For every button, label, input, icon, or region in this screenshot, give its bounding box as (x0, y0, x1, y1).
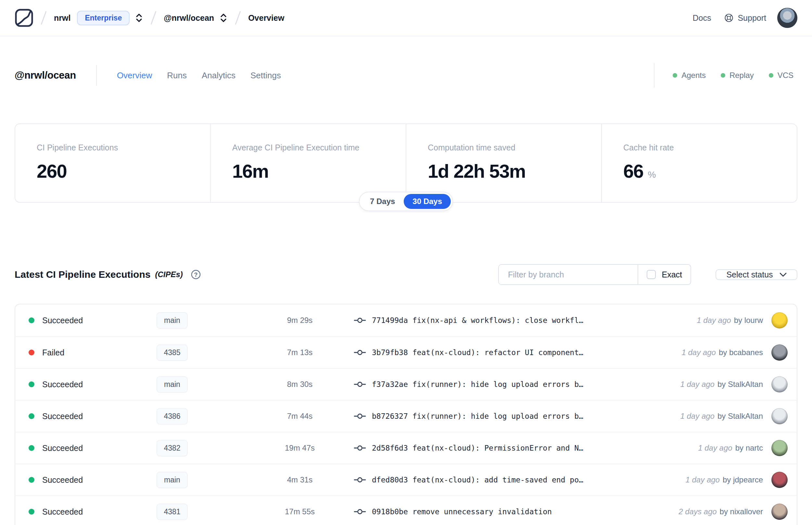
commit-message[interactable]: f37a32ae fix(runner): hide log upload er… (372, 380, 583, 389)
branch-badge: main (156, 312, 188, 329)
status-label: Succeeded (42, 411, 130, 421)
commit-author: by bcabanes (719, 348, 763, 357)
range-option-30-days[interactable]: 30 Days (404, 194, 451, 209)
duration: 17m 55s (267, 507, 332, 516)
author-avatar (771, 376, 788, 392)
integration-chip-vcs[interactable]: VCS (769, 71, 794, 80)
commit-time: 1 day ago (686, 475, 720, 484)
stat-value: 260 (37, 160, 204, 182)
top-header: nrwl Enterprise @nrwl/ocean Overview Doc… (0, 0, 812, 36)
stat-value: 66 % (623, 160, 790, 182)
tab-overview[interactable]: Overview (117, 71, 152, 80)
integration-chip-replay[interactable]: Replay (721, 71, 754, 80)
branch-badge: 4382 (156, 440, 188, 456)
git-commit-icon (354, 349, 366, 356)
cipe-table: Succeeded main 9m 29s 771499da fix(nx-ap… (15, 304, 797, 525)
help-icon[interactable]: ? (191, 269, 201, 280)
cipe-row[interactable]: Succeeded main 9m 29s 771499da fix(nx-ap… (15, 304, 797, 336)
commit-hash: b8726327 (372, 412, 408, 420)
org-switcher-icon[interactable] (135, 13, 143, 23)
status-label: Succeeded (42, 444, 130, 453)
cipe-row[interactable]: Failed 4385 7m 13s 3b79fb38 feat(nx-clou… (15, 336, 797, 368)
commit-author: by jdpearce (723, 475, 763, 484)
tab-settings[interactable]: Settings (250, 71, 281, 80)
branch-badge: 4385 (156, 344, 188, 361)
status-label: Succeeded (42, 507, 130, 516)
workspace-title: @nrwl/ocean (15, 70, 76, 81)
breadcrumb-org[interactable]: nrwl (54, 13, 71, 23)
workspace-bar: @nrwl/ocean OverviewRunsAnalyticsSetting… (15, 62, 797, 88)
breadcrumb-workspace[interactable]: @nrwl/ocean (164, 13, 214, 23)
commit-message[interactable]: 0918b0be remove unnecessary invalidation (372, 508, 552, 516)
stat-value: 16m (232, 160, 399, 182)
commit-message[interactable]: b8726327 fix(runner): hide log upload er… (372, 412, 583, 420)
integration-chip-agents[interactable]: Agents (673, 71, 706, 80)
commit-author: by lourw (734, 316, 763, 325)
lifebuoy-icon (724, 13, 734, 23)
status-label: Succeeded (42, 316, 130, 325)
status-select-dropdown[interactable]: Select status (716, 269, 797, 280)
commit-hash: 2d58f6d3 (372, 444, 408, 452)
commit-time: 1 day ago (680, 380, 715, 389)
workspace-switcher-icon[interactable] (219, 13, 228, 23)
commit-message[interactable]: dfed80d3 feat(nx-cloud): add time-saved … (372, 476, 583, 484)
stat-card: CI Pipeline Executions 260 (15, 124, 210, 202)
divider (654, 63, 655, 88)
commit-meta: 1 day agoby StalkAltan (680, 380, 763, 389)
range-option-7-days[interactable]: 7 Days (361, 194, 404, 209)
git-commit-icon (354, 476, 366, 484)
integration-status-chips: AgentsReplayVCS (673, 71, 794, 80)
tab-runs[interactable]: Runs (167, 71, 187, 80)
breadcrumb-separator (235, 11, 241, 25)
commit-message[interactable]: 3b79fb38 feat(nx-cloud): refactor UI com… (372, 348, 583, 357)
branch-filter-input[interactable] (499, 265, 638, 284)
git-commit-icon (354, 444, 366, 452)
status-dot (29, 509, 34, 515)
duration: 4m 31s (267, 475, 332, 484)
author-avatar (771, 440, 788, 456)
commit-time: 1 day ago (681, 348, 716, 357)
stat-card: Computation time saved 1d 22h 53m (406, 124, 601, 202)
commit-message[interactable]: 771499da fix(nx-api & workflows): close … (372, 316, 583, 325)
stat-label: Cache hit rate (623, 143, 790, 152)
duration: 7m 13s (267, 348, 332, 357)
commit-author: by nartc (735, 444, 763, 452)
executions-header: Latest CI Pipeline Executions (CIPEs) ? … (15, 264, 797, 285)
commit-hash: 0918b0be (372, 508, 408, 516)
stat-label: CI Pipeline Executions (37, 143, 204, 152)
divider (96, 65, 97, 86)
cipe-row[interactable]: Succeeded 4382 19m 47s 2d58f6d3 feat(nx-… (15, 432, 797, 464)
branch-badge: main (156, 472, 188, 488)
exact-checkbox[interactable] (647, 270, 656, 279)
status-label: Succeeded (42, 475, 130, 485)
duration: 7m 44s (267, 411, 332, 421)
commit-author: by nixallover (720, 507, 763, 516)
status-dot (721, 73, 725, 78)
nx-cloud-logo-icon[interactable] (15, 9, 33, 27)
stats-cards: CI Pipeline Executions 260 Average CI Pi… (15, 123, 797, 203)
stat-unit: % (648, 169, 656, 180)
tab-analytics[interactable]: Analytics (202, 71, 235, 80)
user-avatar[interactable] (777, 8, 797, 28)
commit-hash: dfed80d3 (372, 476, 408, 484)
status-dot (673, 73, 677, 78)
commit-time: 1 day ago (697, 316, 731, 325)
cipe-row[interactable]: Succeeded main 4m 31s dfed80d3 feat(nx-c… (15, 464, 797, 495)
docs-link[interactable]: Docs (692, 13, 711, 23)
status-dot (769, 73, 773, 78)
svg-text:?: ? (194, 272, 198, 278)
status-dot (29, 477, 34, 483)
commit-meta: 1 day agoby lourw (697, 316, 763, 325)
commit-hash: f37a32ae (372, 380, 408, 389)
enterprise-badge: Enterprise (77, 11, 129, 25)
support-link[interactable]: Support (724, 13, 766, 23)
cipe-row[interactable]: Succeeded main 8m 30s f37a32ae fix(runne… (15, 368, 797, 400)
commit-meta: 1 day agoby jdpearce (686, 475, 763, 484)
commit-time: 2 days ago (678, 507, 717, 516)
duration: 19m 47s (267, 444, 332, 452)
commit-message[interactable]: 2d58f6d3 feat(nx-cloud): PermissionError… (372, 444, 583, 452)
cipe-row[interactable]: Succeeded 4381 17m 55s 0918b0be remove u… (15, 495, 797, 525)
branch-badge: 4386 (156, 408, 188, 425)
author-avatar (771, 344, 788, 361)
cipe-row[interactable]: Succeeded 4386 7m 44s b8726327 fix(runne… (15, 400, 797, 432)
